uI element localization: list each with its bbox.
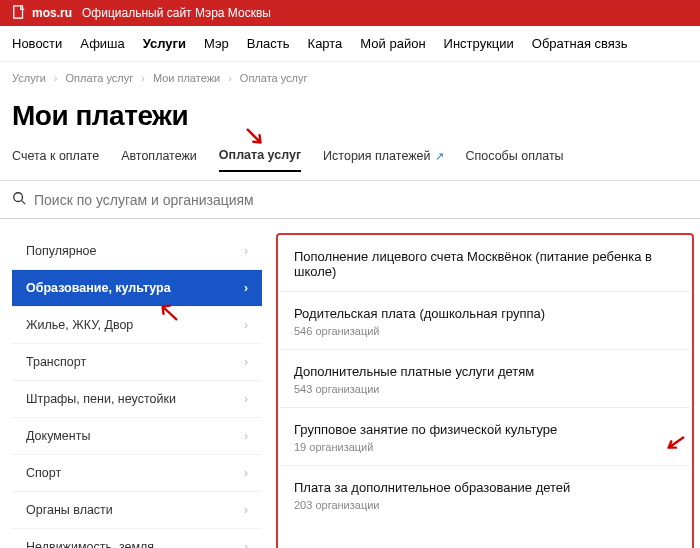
search-bar[interactable] — [0, 181, 700, 219]
sidebar-item[interactable]: Спорт› — [12, 455, 262, 492]
result-item[interactable]: Групповое занятие по физической культуре… — [280, 410, 690, 466]
sidebar-item-label: Жилье, ЖКУ, Двор — [26, 318, 133, 332]
chevron-right-icon: › — [244, 540, 248, 548]
result-subtitle: 543 организации — [294, 383, 676, 395]
tab[interactable]: Счета к оплате — [12, 148, 99, 172]
external-link-icon: ↗ — [435, 150, 444, 163]
result-title: Дополнительные платные услуги детям — [294, 364, 676, 379]
sidebar-item-label: Органы власти — [26, 503, 113, 517]
breadcrumb-item[interactable]: Услуги — [12, 72, 46, 84]
nav-item[interactable]: Мой район — [360, 36, 425, 51]
result-title: Родительская плата (дошкольная группа) — [294, 306, 676, 321]
sidebar-item-label: Популярное — [26, 244, 97, 258]
sidebar-item[interactable]: Жилье, ЖКУ, Двор› — [12, 307, 262, 344]
chevron-right-icon: › — [244, 466, 248, 480]
chevron-right-icon: › — [244, 318, 248, 332]
page-title: Мои платежи — [0, 94, 700, 148]
sidebar-item-label: Штрафы, пени, неустойки — [26, 392, 176, 406]
sidebar-item[interactable]: Документы› — [12, 418, 262, 455]
sidebar-item-label: Спорт — [26, 466, 61, 480]
nav-item[interactable]: Карта — [308, 36, 343, 51]
chevron-right-icon: › — [244, 355, 248, 369]
nav-item[interactable]: Мэр — [204, 36, 229, 51]
result-subtitle: 546 организаций — [294, 325, 676, 337]
site-logo[interactable]: mos.ru — [12, 5, 72, 22]
doc-icon — [12, 5, 26, 22]
chevron-right-icon: › — [244, 392, 248, 406]
result-item[interactable]: Дополнительные платные услуги детям543 о… — [280, 352, 690, 408]
chevron-right-icon: › — [244, 281, 248, 295]
tab-label: Способы оплаты — [466, 149, 564, 163]
nav-item[interactable]: Афиша — [80, 36, 124, 51]
tab-label: История платежей — [323, 149, 430, 163]
chevron-right-icon: › — [141, 72, 145, 84]
tab-label: Оплата услуг — [219, 148, 301, 162]
tab[interactable]: История платежей↗ — [323, 148, 443, 172]
tab[interactable]: Способы оплаты — [466, 148, 564, 172]
sidebar-item[interactable]: Популярное› — [12, 233, 262, 270]
chevron-right-icon: › — [54, 72, 58, 84]
sidebar-item-label: Недвижимость, земля — [26, 540, 154, 548]
chevron-right-icon: › — [228, 72, 232, 84]
breadcrumb-item[interactable]: Мои платежи — [153, 72, 220, 84]
svg-point-1 — [14, 193, 23, 202]
search-input[interactable] — [34, 192, 688, 208]
site-name: mos.ru — [32, 6, 72, 20]
sidebar-item[interactable]: Транспорт› — [12, 344, 262, 381]
chevron-right-icon: › — [244, 503, 248, 517]
nav-item[interactable]: Обратная связь — [532, 36, 628, 51]
sidebar-item-label: Транспорт — [26, 355, 86, 369]
topbar: mos.ru Официальный сайт Мэра Москвы — [0, 0, 700, 26]
sidebar-item[interactable]: Штрафы, пени, неустойки› — [12, 381, 262, 418]
result-item[interactable]: Родительская плата (дошкольная группа)54… — [280, 294, 690, 350]
breadcrumb-item[interactable]: Оплата услуг — [66, 72, 134, 84]
svg-line-2 — [22, 201, 26, 205]
sidebar-item[interactable]: Органы власти› — [12, 492, 262, 529]
result-item[interactable]: Плата за дополнительное образование дете… — [280, 468, 690, 523]
result-item[interactable]: Пополнение лицевого счета Москвёнок (пит… — [280, 237, 690, 292]
tabs: Счета к оплатеАвтоплатежиОплата услугИст… — [0, 148, 700, 181]
sidebar: Популярное›Образование, культура›Жилье, … — [12, 233, 262, 548]
results-panel: Пополнение лицевого счета Москвёнок (пит… — [276, 233, 694, 548]
chevron-right-icon: › — [244, 244, 248, 258]
sidebar-item-label: Документы — [26, 429, 90, 443]
nav-item[interactable]: Услуги — [143, 36, 186, 51]
chevron-right-icon: › — [244, 429, 248, 443]
main-nav: НовостиАфишаУслугиМэрВластьКартаМой райо… — [0, 26, 700, 62]
sidebar-item[interactable]: Образование, культура› — [12, 270, 262, 307]
tab[interactable]: Оплата услуг — [219, 148, 301, 172]
sidebar-item-label: Образование, культура — [26, 281, 171, 295]
site-description: Официальный сайт Мэра Москвы — [82, 6, 271, 20]
nav-item[interactable]: Новости — [12, 36, 62, 51]
tab[interactable]: Автоплатежи — [121, 148, 197, 172]
result-title: Плата за дополнительное образование дете… — [294, 480, 676, 495]
nav-item[interactable]: Инструкции — [444, 36, 514, 51]
sidebar-item[interactable]: Недвижимость, земля› — [12, 529, 262, 548]
tab-label: Автоплатежи — [121, 149, 197, 163]
nav-item[interactable]: Власть — [247, 36, 290, 51]
result-title: Пополнение лицевого счета Москвёнок (пит… — [294, 249, 676, 279]
result-subtitle: 203 организации — [294, 499, 676, 511]
search-icon — [12, 191, 26, 208]
result-subtitle: 19 организаций — [294, 441, 676, 453]
breadcrumb: Услуги›Оплата услуг›Мои платежи›Оплата у… — [0, 62, 700, 94]
content-area: Популярное›Образование, культура›Жилье, … — [0, 219, 700, 548]
result-title: Групповое занятие по физической культуре — [294, 422, 676, 437]
breadcrumb-item: Оплата услуг — [240, 72, 308, 84]
tab-label: Счета к оплате — [12, 149, 99, 163]
